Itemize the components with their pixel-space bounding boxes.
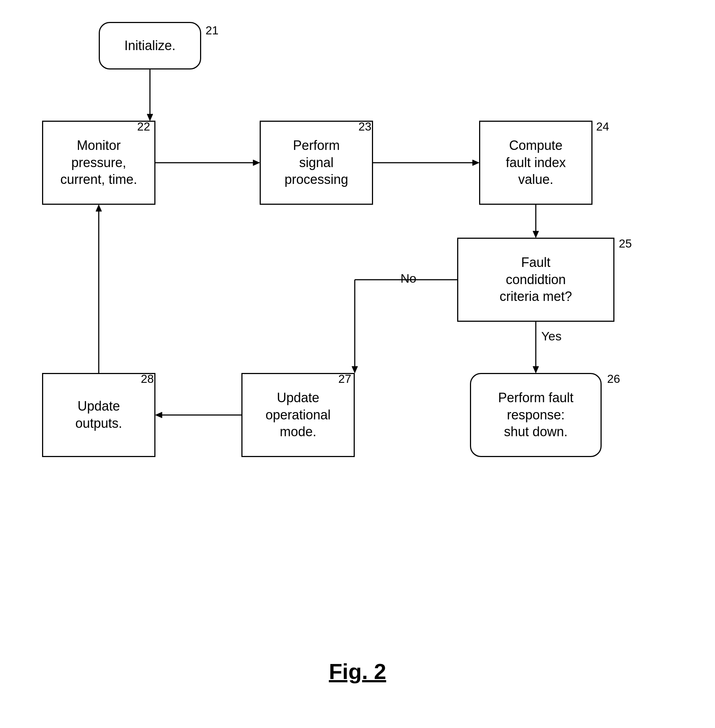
node-25-id: 25 bbox=[619, 237, 632, 250]
label-yes: Yes bbox=[541, 329, 561, 343]
node-26-id: 26 bbox=[607, 372, 620, 386]
node-update-outputs: Update outputs. bbox=[42, 373, 155, 457]
node-21-id: 21 bbox=[205, 24, 219, 37]
node-compute-label: Compute fault index value. bbox=[506, 137, 566, 188]
node-compute: Compute fault index value. bbox=[479, 121, 593, 205]
node-update-outputs-label: Update outputs. bbox=[75, 398, 122, 432]
node-28-id: 28 bbox=[141, 372, 154, 386]
node-initialize-label: Initialize. bbox=[124, 37, 175, 54]
node-fault-response-label: Perform fault response: shut down. bbox=[498, 389, 573, 441]
label-no: No bbox=[400, 271, 416, 286]
svg-marker-12 bbox=[533, 366, 539, 373]
svg-marker-5 bbox=[472, 160, 479, 166]
node-23-id: 23 bbox=[358, 120, 371, 133]
node-monitor-label: Monitor pressure, current, time. bbox=[60, 137, 137, 188]
node-24-id: 24 bbox=[596, 120, 609, 133]
node-fault-response: Perform fault response: shut down. bbox=[470, 373, 602, 457]
svg-marker-7 bbox=[533, 231, 539, 238]
node-signal: Perform signal processing bbox=[259, 121, 373, 205]
flowchart-diagram: Initialize. 21 Monitor pressure, current… bbox=[0, 0, 715, 728]
svg-marker-14 bbox=[155, 412, 162, 418]
node-27-id: 27 bbox=[338, 372, 351, 386]
node-fault-condition-label: Fault condidtion criteria met? bbox=[499, 254, 572, 305]
node-22-id: 22 bbox=[137, 120, 150, 133]
svg-marker-10 bbox=[352, 366, 358, 373]
node-update-mode: Update operational mode. bbox=[241, 373, 355, 457]
svg-marker-3 bbox=[253, 160, 259, 166]
svg-marker-16 bbox=[96, 205, 102, 211]
node-update-mode-label: Update operational mode. bbox=[265, 389, 330, 441]
node-signal-label: Perform signal processing bbox=[285, 137, 348, 188]
figure-caption: Fig. 2 bbox=[329, 659, 386, 684]
node-initialize: Initialize. bbox=[99, 22, 201, 69]
arrows-svg bbox=[0, 0, 715, 728]
node-fault-condition: Fault condidtion criteria met? bbox=[457, 238, 614, 322]
